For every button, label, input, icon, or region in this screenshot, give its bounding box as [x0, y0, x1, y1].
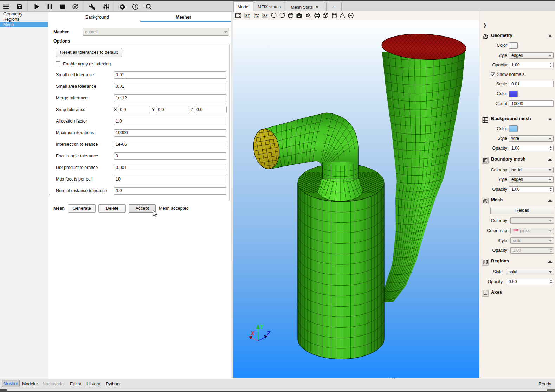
- svg-text:X: X: [250, 331, 255, 337]
- svg-text:XY: XY: [245, 14, 250, 18]
- svg-text:YZ: YZ: [255, 14, 259, 18]
- svg-text:?: ?: [134, 4, 136, 9]
- svg-text:XZ: XZ: [263, 14, 268, 18]
- svg-text:Z: Z: [266, 331, 271, 337]
- svg-text:Y: Y: [260, 324, 264, 330]
